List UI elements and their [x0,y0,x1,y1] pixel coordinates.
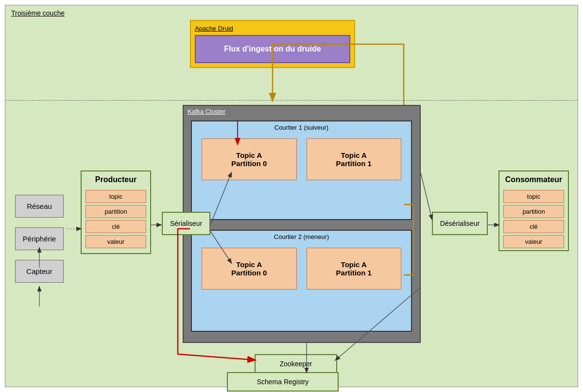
consommateur-box: Consommateur topic partition clé valeur [498,170,569,251]
consommateur-title: Consommateur [499,171,568,188]
courtier1: Courtier 1 (suiveur) Topic A Partition 0… [191,120,412,220]
courtier2-topic1: Topic A Partition 0 [202,248,297,290]
main-container: Troisième couche Apache Druid Flux d'ing… [5,5,578,387]
left-stack: Réseau Périphérie Capteur [15,195,64,283]
prod-item-partition: partition [86,205,146,218]
courtier1-label: Courtier 1 (suiveur) [192,121,411,131]
dashed-separator [5,100,578,101]
courtier1-topic2: Topic A Partition 1 [307,138,402,180]
prod-item-topic: topic [86,190,146,203]
apache-druid-box: Apache Druid Flux d'ingestion du druide [190,20,355,68]
flux-text: Flux d'ingestion du druide [224,45,321,53]
courtier1-topics: Topic A Partition 0 Topic A Partition 1 [192,131,411,187]
apache-druid-label: Apache Druid [195,25,350,32]
courtier2: Courtier 2 (meneur) Topic A Partition 0 … [191,230,412,332]
cons-item-cle: clé [503,220,564,233]
kafka-label: Kafka Cluster [188,108,225,115]
courtier2-topics: Topic A Partition 0 Topic A Partition 1 [192,240,411,297]
cons-item-valeur: valeur [503,235,564,248]
producteur-title: Producteur [82,171,150,188]
courtier2-topic2: Topic A Partition 1 [307,248,402,290]
peripherie-box: Périphérie [15,227,64,250]
cons-item-partition: partition [503,205,564,218]
deserialiseur-box: Désérialiseur [432,212,488,235]
prod-item-valeur: valeur [86,235,146,248]
flux-box: Flux d'ingestion du druide [195,35,350,63]
reseau-box: Réseau [15,195,64,218]
svg-line-6 [421,173,432,219]
courtier1-topic1: Topic A Partition 0 [202,138,297,180]
zookeeper-box: Zookeeper [255,354,337,374]
troisieme-label: Troisième couche [11,9,65,17]
schema-registry-box: Schema Registry [227,372,339,392]
kafka-cluster: Kafka Cluster Courtier 1 (suiveur) Topic… [183,105,421,343]
serialiseur-box: Sérialiseur [162,212,210,235]
producteur-box: Producteur topic partition clé valeur [81,170,151,254]
capteur-box: Capteur [15,260,64,283]
cons-item-topic: topic [503,190,564,203]
prod-item-cle: clé [86,220,146,233]
courtier2-label: Courtier 2 (meneur) [192,231,411,240]
